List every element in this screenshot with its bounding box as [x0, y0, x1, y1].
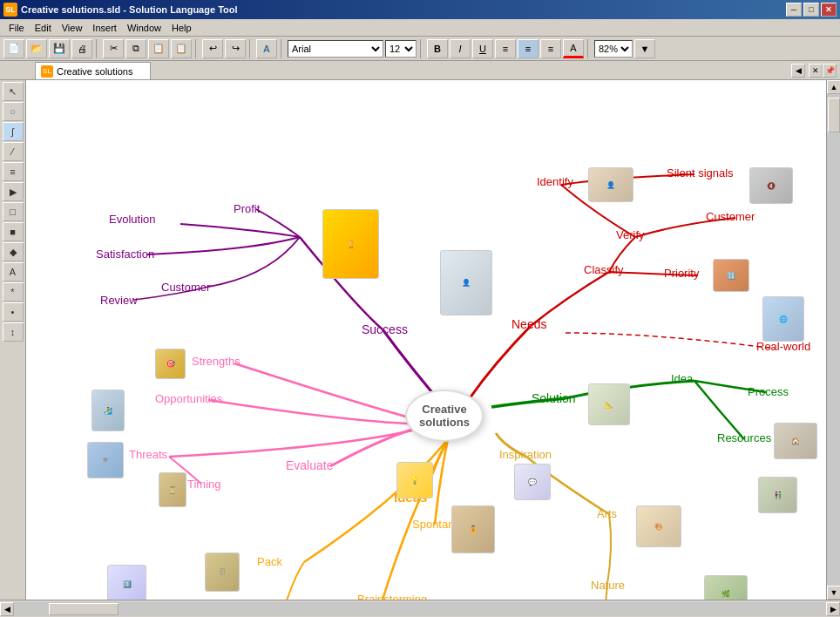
separator-4 [281, 39, 284, 58]
h-scroll-thumb[interactable] [49, 603, 119, 615]
central-node[interactable]: Creativesolutions [405, 390, 484, 442]
menu-file[interactable]: File [3, 21, 30, 35]
tab-close[interactable]: ✕ [809, 64, 823, 78]
underline-button[interactable]: U [472, 39, 493, 58]
new-button[interactable]: 📄 [3, 39, 24, 58]
tool-star[interactable]: * [3, 282, 24, 302]
scroll-track-vertical[interactable] [827, 94, 840, 586]
menu-insert[interactable]: Insert [87, 21, 122, 35]
scroll-right-button[interactable]: ▶ [826, 602, 840, 616]
arts-image: 🎨 [636, 505, 681, 547]
nature-image: 🌿 [704, 575, 748, 600]
app-icon: SL [3, 3, 17, 17]
menu-view[interactable]: View [57, 21, 88, 35]
inspiration-image: 💬 [514, 464, 551, 500]
tool-oval[interactable]: ○ [3, 102, 24, 121]
tool-resize[interactable]: ↕ [3, 322, 24, 342]
left-toolbar: ↖ ○ ∫ ∕ ≡ ▶ □ ■ ◆ A * • ↕ [0, 80, 26, 600]
zoom-selector[interactable]: 82% [594, 40, 633, 58]
canvas-area[interactable]: Creativesolutions Success Profit Evoluti… [26, 80, 826, 600]
ideas-image: 💡 [396, 462, 433, 498]
scroll-down-button[interactable]: ▼ [827, 586, 840, 600]
main-layout: ↖ ○ ∫ ∕ ≡ ▶ □ ■ ◆ A * • ↕ [0, 80, 840, 600]
title-bar-buttons: ─ □ ✕ [786, 3, 837, 17]
separator-3 [249, 39, 253, 58]
menu-bar: File Edit View Insert Window Help [0, 19, 840, 37]
tool-align[interactable]: ≡ [3, 162, 24, 181]
silent-image: 🔇 [749, 167, 793, 204]
tab-label: Creative solutions [57, 66, 132, 77]
minimize-button[interactable]: ─ [786, 3, 802, 17]
bottom-scrollbar-area: ◀ ▶ [0, 600, 840, 617]
right-scrollbar: ▲ ▼ [826, 80, 840, 600]
save-button[interactable]: 💾 [49, 39, 70, 58]
mindmap-svg [26, 80, 826, 600]
tool-play[interactable]: ▶ [3, 182, 24, 201]
font-size-selector[interactable]: 12 [385, 40, 417, 58]
tool-rect-outline[interactable]: □ [3, 202, 24, 221]
timing-image: ⏳ [159, 472, 186, 507]
menu-edit[interactable]: Edit [30, 21, 57, 35]
person-image: 👤 [440, 250, 492, 315]
paste2-button[interactable]: 📋 [171, 39, 192, 58]
tool-diamond[interactable]: ◆ [3, 242, 24, 261]
tab-icon: SL [41, 65, 53, 78]
tool-bullet[interactable]: • [3, 302, 24, 322]
copy-button[interactable]: ⧉ [125, 39, 146, 58]
tab-row: SL Creative solutions ◀ ✕ 📌 [0, 61, 840, 80]
align-right-button[interactable]: ≡ [540, 39, 561, 58]
font-color-button[interactable]: A [563, 39, 584, 58]
tab-pin[interactable]: 📌 [823, 64, 837, 78]
open-button[interactable]: 📂 [26, 39, 47, 58]
solution-image: 📐 [588, 383, 630, 425]
opportunities-image: 🏄 [91, 390, 125, 431]
title-bar: SL Creative solutions.sld - Solution Lan… [0, 0, 840, 19]
tool-line[interactable]: ∕ [3, 142, 24, 161]
pack3-image: 🗄 [205, 553, 240, 592]
tool-curve[interactable]: ∫ [3, 122, 24, 141]
tool-text[interactable]: A [3, 262, 24, 281]
spontaneous-image: 🧘 [451, 505, 495, 553]
separator-1 [96, 39, 99, 58]
trophy-image: 🏆 [322, 209, 379, 279]
print-button[interactable]: 🖨 [71, 39, 92, 58]
maximize-button[interactable]: □ [803, 3, 819, 17]
window-title: Creative solutions.sld - Solution Langua… [21, 4, 238, 15]
resources-image: 👫 [758, 477, 797, 513]
pack1-image: 1️⃣ [107, 565, 146, 600]
align-center-button[interactable]: ≡ [518, 39, 539, 58]
process-image: 🏠 [774, 423, 817, 459]
scroll-up-button[interactable]: ▲ [827, 80, 840, 94]
redo-button[interactable]: ↪ [225, 39, 246, 58]
tool-rect-fill[interactable]: ■ [3, 222, 24, 241]
separator-6 [587, 39, 591, 58]
paste-button[interactable]: 📋 [148, 39, 169, 58]
horizontal-scrollbar[interactable] [14, 602, 826, 616]
priority-image: 🔢 [713, 259, 749, 292]
font-selector[interactable]: Arial [288, 40, 383, 58]
separator-5 [420, 39, 423, 58]
scroll-left-button[interactable]: ◀ [0, 602, 14, 616]
bold-button[interactable]: B [427, 39, 448, 58]
tab-creative-solutions[interactable]: SL Creative solutions [35, 62, 151, 79]
toolbar: 📄 📂 💾 🖨 ✂ ⧉ 📋 📋 ↩ ↪ A Arial 12 B I U ≡ ≡… [0, 37, 840, 61]
scroll-thumb-vertical[interactable] [828, 98, 840, 132]
undo-button[interactable]: ↩ [202, 39, 223, 58]
close-button[interactable]: ✕ [821, 3, 837, 17]
threats-image: 🌪 [87, 442, 124, 478]
identify-image: 👤 [588, 167, 633, 202]
format-button[interactable]: A [256, 39, 277, 58]
h-scroll-track[interactable] [14, 602, 826, 616]
italic-button[interactable]: I [450, 39, 471, 58]
tab-nav-prev[interactable]: ◀ [791, 64, 805, 78]
strengths-image: 🎯 [155, 349, 186, 379]
cut-button[interactable]: ✂ [103, 39, 124, 58]
zoom-btn2[interactable]: ▼ [634, 39, 655, 58]
menu-help[interactable]: Help [166, 21, 197, 35]
separator-2 [195, 39, 199, 58]
align-left-button[interactable]: ≡ [495, 39, 516, 58]
tool-select[interactable]: ↖ [3, 82, 24, 101]
menu-window[interactable]: Window [122, 21, 166, 35]
realworld-image: 🌐 [762, 296, 804, 342]
